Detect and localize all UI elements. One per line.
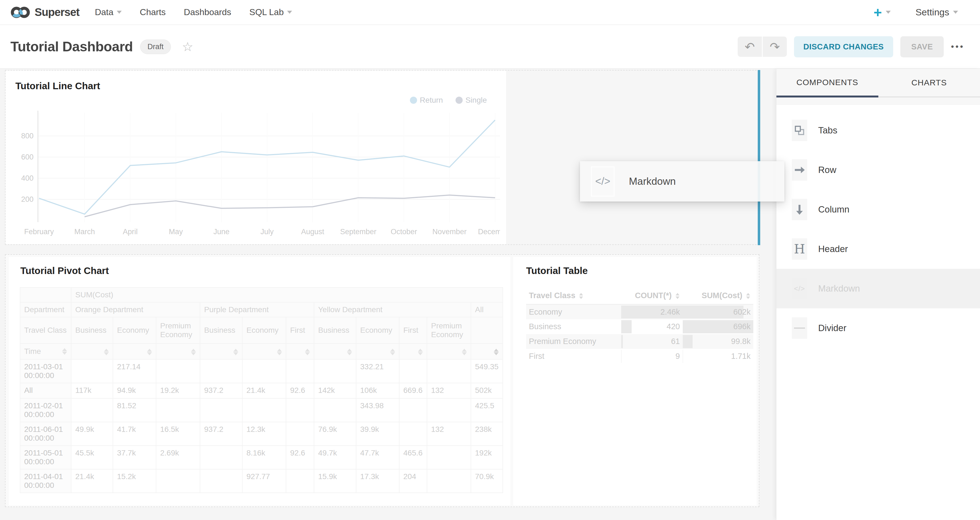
pivot-cell xyxy=(427,359,471,383)
table-row: First91.71k xyxy=(526,349,753,364)
pivot-cell: 39.9k xyxy=(356,422,399,445)
more-options-icon[interactable]: ••• xyxy=(951,42,965,51)
pivot-cell xyxy=(286,398,314,422)
pivot-cell xyxy=(399,398,427,422)
pivot-chart-panel[interactable]: Tutorial Pivot Chart SUM(Cost)Department… xyxy=(9,257,511,506)
sort-icon[interactable] xyxy=(147,349,152,355)
tabs-icon xyxy=(795,126,804,135)
nav-item-dashboards[interactable]: Dashboards xyxy=(184,7,231,17)
svg-text:600: 600 xyxy=(21,153,33,161)
column-icon xyxy=(794,204,805,215)
sort-icon[interactable] xyxy=(62,348,67,355)
sidebar-item-column[interactable]: Column xyxy=(776,190,980,229)
table-cell-sum: 99.8k xyxy=(683,334,753,349)
sort-icon[interactable] xyxy=(390,349,395,355)
pivot-cell xyxy=(242,398,286,422)
favorite-star-icon[interactable]: ☆ xyxy=(182,39,193,54)
pivot-cell: 106k xyxy=(356,383,399,398)
nav-item-data[interactable]: Data xyxy=(95,7,122,17)
tab-charts[interactable]: CHARTS xyxy=(878,69,980,97)
pivot-metric-header: SUM(Cost) xyxy=(71,287,503,302)
pivot-travel-class-header: Business xyxy=(200,317,242,344)
sort-icon[interactable] xyxy=(305,349,310,355)
chevron-down-icon xyxy=(117,11,122,14)
table-header-travel-class[interactable]: Travel Class xyxy=(526,287,621,304)
table-header-count-[interactable]: COUNT(*) xyxy=(621,287,682,304)
dashboard-row-1[interactable]: Tutorial Line Chart ReturnSingle 2004006… xyxy=(5,70,759,245)
pivot-table: SUM(Cost)DepartmentOrange DepartmentPurp… xyxy=(20,287,503,493)
pivot-row: 2011-05-01 00:00:0045.5k37.7k2.69k8.16k9… xyxy=(20,445,503,469)
drop-indicator-line xyxy=(758,70,760,245)
superset-logo[interactable]: Superset xyxy=(10,5,80,20)
sidebar-item-markdown[interactable]: </>Markdown xyxy=(776,269,980,308)
page-title: Tutorial Dashboard xyxy=(10,39,133,55)
line-chart-panel[interactable]: Tutorial Line Chart ReturnSingle 2004006… xyxy=(5,71,506,244)
chart-legend: ReturnSingle xyxy=(410,96,487,105)
discard-changes-button[interactable]: DISCARD CHANGES xyxy=(794,36,893,57)
pivot-cell: 16.5k xyxy=(156,422,200,445)
svg-text:800: 800 xyxy=(21,132,33,140)
markdown-icon: </> xyxy=(591,166,615,197)
sort-icon[interactable] xyxy=(104,349,109,355)
sort-icon[interactable] xyxy=(462,349,467,355)
pivot-cell xyxy=(200,469,242,493)
legend-item-return[interactable]: Return xyxy=(410,96,443,105)
pivot-row: 2011-02-01 00:00:0081.52343.98425.5 xyxy=(20,398,503,422)
sort-icon[interactable] xyxy=(277,349,282,355)
sort-icon[interactable] xyxy=(418,349,423,355)
pivot-cell: 927.77 xyxy=(242,469,286,493)
pivot-cell: 21.4k xyxy=(71,469,113,493)
pivot-cell xyxy=(242,359,286,383)
sidebar-item-header[interactable]: HHeader xyxy=(776,229,980,269)
pivot-cell: 45.5k xyxy=(71,445,113,469)
sidebar-item-label: Column xyxy=(818,204,850,215)
table-cell-count: 2.46k xyxy=(621,304,682,319)
pivot-cell: 549.35 xyxy=(471,359,503,383)
sidebar-item-row[interactable]: Row xyxy=(776,150,980,190)
sort-icon[interactable] xyxy=(494,349,499,355)
pivot-cell: 76.9k xyxy=(314,422,356,445)
pivot-cell: 425.5 xyxy=(471,398,503,422)
sidebar-item-divider[interactable]: Divider xyxy=(776,308,980,348)
legend-item-single[interactable]: Single xyxy=(455,96,487,105)
settings-menu[interactable]: Settings xyxy=(915,7,958,17)
undo-button[interactable]: ↶ xyxy=(738,36,762,57)
table-cell-sum: 602k xyxy=(683,304,753,319)
pivot-cell xyxy=(156,398,200,422)
dragged-markdown-component[interactable]: </> Markdown xyxy=(580,161,784,201)
pivot-travel-class-header: Premium Economy xyxy=(156,317,200,344)
pivot-cell: 465.6 xyxy=(399,445,427,469)
pivot-cell xyxy=(71,398,113,422)
nav-item-sql-lab[interactable]: SQL Lab xyxy=(250,7,292,17)
save-button[interactable]: SAVE xyxy=(900,36,944,57)
nav-item-charts[interactable]: Charts xyxy=(140,7,165,17)
pivot-department-header: Department xyxy=(20,302,71,317)
pivot-cell xyxy=(427,398,471,422)
sort-icon[interactable] xyxy=(233,349,238,355)
dashboard-row-2[interactable]: Tutorial Pivot Chart SUM(Cost)Department… xyxy=(5,254,759,507)
sidebar-item-tabs[interactable]: Tabs xyxy=(776,111,980,150)
pivot-cell xyxy=(399,359,427,383)
pivot-cell: 142k xyxy=(314,383,356,398)
pivot-cell: 21.4k xyxy=(242,383,286,398)
sidebar-item-label: Markdown xyxy=(818,283,860,294)
redo-button[interactable]: ↷ xyxy=(763,36,787,57)
series-single-line xyxy=(84,195,495,217)
table-chart-panel[interactable]: Tutorial Table Travel ClassCOUNT(*)SUM(C… xyxy=(513,257,757,506)
new-item-button[interactable]: + xyxy=(874,5,891,19)
sort-icon[interactable] xyxy=(191,349,196,355)
table-cell-sum: 1.71k xyxy=(683,349,753,364)
pivot-travel-class-header: Premium Economy xyxy=(427,317,471,344)
pivot-cell: 17.3k xyxy=(356,469,399,493)
sidebar-item-label: Divider xyxy=(818,323,846,333)
table-header-sum-cost-[interactable]: SUM(Cost) xyxy=(683,287,753,304)
pivot-travel-class-header: Business xyxy=(71,317,113,344)
pivot-cell xyxy=(156,469,200,493)
svg-text:June: June xyxy=(213,228,230,236)
pivot-department-header: Purple Department xyxy=(200,302,314,317)
pivot-row-label: 2011-04-01 00:00:00 xyxy=(20,469,71,493)
cell-bar xyxy=(683,335,693,348)
pivot-cell: 15.2k xyxy=(113,469,156,493)
sort-icon[interactable] xyxy=(347,349,352,355)
tab-components[interactable]: COMPONENTS xyxy=(776,69,878,97)
